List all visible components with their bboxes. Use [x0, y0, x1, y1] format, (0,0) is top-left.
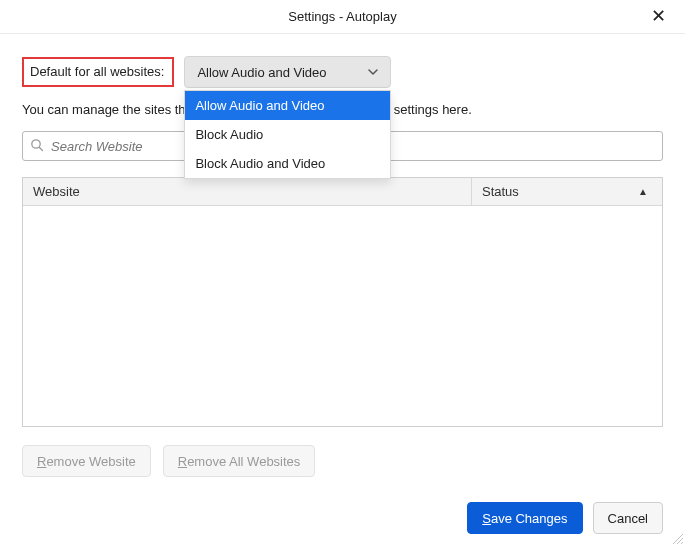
sort-caret-up-icon: ▲	[638, 186, 648, 197]
websites-table: Website Status ▲	[22, 177, 663, 427]
close-button[interactable]: ✕	[641, 0, 675, 34]
cancel-button[interactable]: Cancel	[593, 502, 663, 534]
chevron-down-icon	[368, 67, 378, 77]
search-icon	[30, 138, 44, 155]
option-block-audio[interactable]: Block Audio	[185, 120, 390, 149]
option-block-audio-video[interactable]: Block Audio and Video	[185, 149, 390, 178]
remove-website-button: Remove Website	[22, 445, 151, 477]
combo-selected: Allow Audio and Video	[197, 65, 326, 80]
svg-line-4	[681, 542, 683, 544]
option-allow-audio-video[interactable]: Allow Audio and Video	[185, 91, 390, 120]
save-changes-button[interactable]: Save Changes	[467, 502, 582, 534]
window-title: Settings - Autoplay	[288, 9, 396, 24]
default-autoplay-select[interactable]: Allow Audio and Video Allow Audio and Vi…	[184, 56, 391, 88]
column-header-website[interactable]: Website	[23, 178, 472, 205]
resize-grip-icon[interactable]	[671, 532, 683, 544]
default-label: Default for all websites:	[22, 57, 174, 87]
default-autoplay-dropdown: Allow Audio and Video Block Audio Block …	[184, 90, 391, 179]
remove-all-websites-button: Remove All Websites	[163, 445, 316, 477]
column-header-status[interactable]: Status ▲	[472, 178, 662, 205]
title-bar: Settings - Autoplay ✕	[0, 0, 685, 34]
svg-line-1	[39, 147, 42, 150]
table-body-empty	[23, 206, 662, 426]
